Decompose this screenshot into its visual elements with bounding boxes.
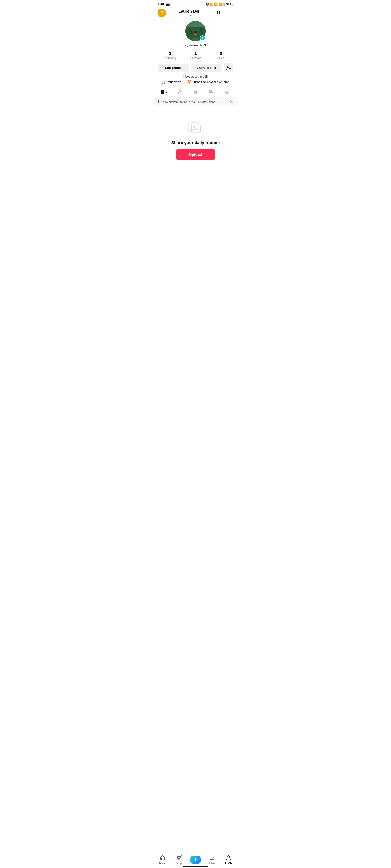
camera-icon: 📷	[166, 2, 170, 6]
notice-banner: ⬆ View expired Stories in "Your private …	[154, 97, 237, 106]
nav-home[interactable]: Home	[156, 855, 169, 865]
svg-point-31	[178, 859, 179, 860]
svg-rect-30	[161, 858, 163, 860]
likes-stat[interactable]: 0 Likes	[208, 50, 234, 60]
links-row: 🛒 Your orders | 💝 Supporting: Save the C…	[162, 80, 229, 84]
tab-repost[interactable]	[188, 87, 203, 97]
stats-row: 3 Following 1 Follower 0 Likes	[157, 50, 234, 60]
tab-favorites[interactable]	[219, 87, 235, 97]
user-pronouns: her	[189, 14, 193, 17]
charity-link[interactable]: 💝 Supporting: Save the Children	[187, 80, 229, 84]
photos-icon	[187, 119, 204, 136]
link-separator: |	[184, 80, 185, 84]
svg-point-36	[228, 856, 230, 858]
creator-tools-button[interactable]	[215, 9, 223, 17]
user-name-text: Lauren Deli	[179, 9, 200, 13]
svg-rect-26	[210, 91, 212, 93]
follower-count: 1	[194, 51, 197, 56]
add-friend-button[interactable]	[224, 63, 234, 72]
svg-rect-0	[217, 11, 218, 13]
empty-state-title: Share your daily routine	[171, 140, 220, 145]
favorites-icon	[224, 90, 229, 94]
orders-link-text: Your orders	[167, 80, 181, 84]
empty-state: Share your daily routine Upload	[154, 106, 237, 168]
status-bar: 9:46 📷 🔕 📶 📶 📶 🔋97%	[154, 0, 237, 7]
cart-icon: 🛒	[162, 80, 166, 84]
svg-rect-25	[179, 92, 181, 94]
nav-inbox-label: Inbox	[209, 862, 215, 865]
following-label: Following	[164, 56, 176, 60]
follower-label: Follower	[190, 56, 201, 60]
nav-profile[interactable]: Profile	[222, 855, 235, 865]
svg-rect-17	[195, 33, 195, 34]
svg-rect-35	[210, 856, 214, 859]
svg-rect-1	[219, 11, 220, 13]
signal-icon: 📶	[210, 3, 213, 6]
profile-initial-badge[interactable]: P	[157, 9, 166, 17]
likes-count: 0	[220, 51, 222, 56]
wifi-icon: 📶	[218, 3, 222, 6]
svg-rect-16	[194, 33, 197, 36]
follower-stat[interactable]: 1 Follower	[183, 50, 208, 60]
tab-posts[interactable]: ▾	[156, 87, 172, 97]
nav-shop[interactable]: Shop	[173, 855, 185, 865]
svg-rect-23	[163, 90, 164, 94]
battery-charging-dot	[232, 4, 234, 5]
nav-shop-label: Shop	[176, 862, 182, 865]
svg-rect-24	[165, 90, 166, 94]
action-buttons: Edit profile Share profile	[157, 63, 234, 72]
avatar-container: +	[185, 21, 206, 41]
grid-posts-icon	[161, 90, 166, 94]
username-display: @lauren.deli3	[185, 43, 206, 47]
menu-button[interactable]	[226, 9, 234, 17]
svg-rect-3	[219, 13, 220, 14]
tab-tagged[interactable]	[203, 87, 219, 97]
create-button[interactable]	[190, 856, 201, 864]
chevron-down-icon: ▾	[201, 9, 203, 13]
nav-create[interactable]	[189, 856, 202, 864]
close-notice-button[interactable]: ✕	[229, 99, 234, 104]
battery-icon: 🔋97%	[223, 3, 231, 6]
svg-rect-18	[196, 33, 196, 34]
repost-icon	[193, 90, 198, 94]
content-tabs: ▾	[154, 87, 237, 97]
inbox-icon	[209, 855, 215, 862]
signal-icon-2: 📶	[214, 3, 217, 6]
svg-rect-4	[228, 12, 232, 12]
header-right	[215, 9, 234, 17]
notice-text: View expired Stories in "Your private vi…	[162, 100, 227, 103]
following-stat[interactable]: 3 Following	[157, 50, 183, 60]
upload-button[interactable]: Upload	[176, 149, 215, 160]
share-profile-button[interactable]: Share profile	[191, 64, 222, 72]
charity-link-text: Supporting: Save the Children	[192, 80, 229, 84]
add-person-icon	[226, 65, 231, 70]
tab-private[interactable]	[172, 87, 188, 97]
edit-profile-button[interactable]: Edit profile	[157, 64, 189, 72]
header: P Lauren Deli ▾ her	[154, 7, 237, 19]
home-icon	[160, 855, 165, 862]
status-time: 9:46	[157, 2, 164, 6]
nav-profile-label: Profile	[225, 862, 232, 865]
header-center: Lauren Deli ▾ her	[179, 9, 203, 17]
hamburger-menu-icon	[227, 10, 233, 16]
creator-tools-icon	[216, 10, 222, 16]
bio-text: I love adventure!!!!	[183, 75, 208, 78]
orders-link[interactable]: 🛒 Your orders	[162, 80, 181, 84]
nav-home-label: Home	[159, 862, 166, 865]
charity-heart-icon: 💝	[187, 80, 191, 84]
tab-posts-dropdown-icon: ▾	[166, 91, 167, 94]
shop-icon	[176, 855, 182, 862]
tagged-icon	[209, 90, 213, 94]
vibrate-icon: 🔕	[206, 3, 209, 6]
bottom-nav: Home Shop Inbox	[154, 853, 237, 868]
add-photo-button[interactable]: +	[200, 35, 205, 41]
upload-circle-icon: ⬆	[157, 99, 160, 104]
nav-inbox[interactable]: Inbox	[206, 855, 218, 865]
user-name-dropdown[interactable]: Lauren Deli ▾	[179, 9, 203, 13]
svg-rect-5	[228, 13, 232, 13]
profile-section: + @lauren.deli3 3 Following 1 Follower 0…	[154, 19, 237, 87]
profile-nav-icon	[226, 855, 231, 862]
status-icons: 🔕 📶 📶 📶 🔋97%	[206, 3, 234, 6]
likes-label: Likes	[218, 56, 224, 60]
svg-rect-6	[228, 14, 232, 14]
